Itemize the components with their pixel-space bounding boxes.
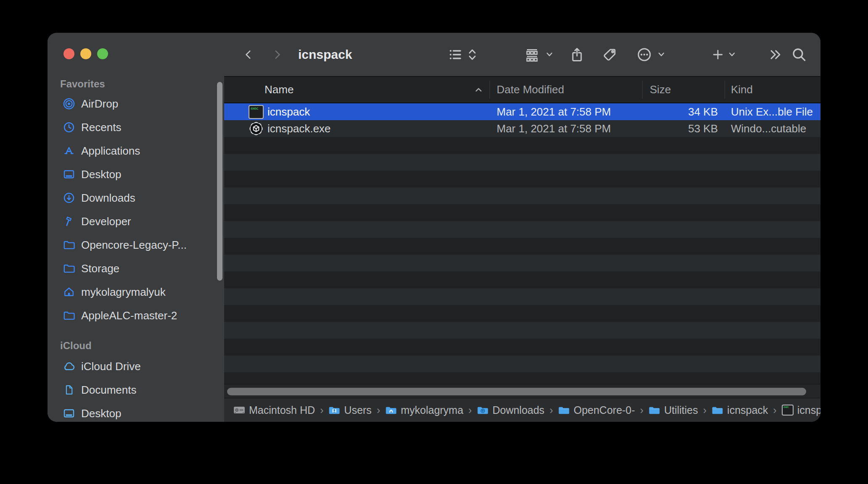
path-bar: Macintosh HD › Users › mykolagryma › Dow… — [224, 398, 820, 422]
folder-plain-icon — [648, 405, 660, 415]
path-segment-label: icnspack — [797, 404, 820, 416]
sidebar-item[interactable]: iCloud Drive — [48, 355, 224, 378]
path-segment[interactable]: Downloads › — [477, 404, 558, 416]
sidebar-item[interactable]: Downloads — [48, 186, 224, 210]
horizontal-scrollbar-thumb[interactable] — [227, 388, 806, 395]
new-folder-chevron[interactable] — [726, 33, 737, 76]
path-segment[interactable]: Macintosh HD › — [233, 404, 328, 416]
tag-button[interactable] — [601, 33, 619, 76]
column-header-kind[interactable]: Kind — [731, 77, 753, 103]
sidebar-item[interactable]: Recents — [48, 116, 224, 139]
sidebar-item-label: Storage — [81, 262, 119, 275]
folder-users-icon — [328, 405, 340, 415]
column-header-name[interactable]: Name — [265, 77, 294, 103]
clock-icon — [62, 120, 76, 134]
minimize-button[interactable] — [80, 48, 91, 59]
file-row[interactable]: exec icnspack Mar 1, 2021 at 7:58 PM 34 … — [224, 103, 820, 120]
sidebar-item[interactable]: Developer — [48, 210, 224, 233]
path-segment[interactable]: OpenCore-0- › — [558, 404, 648, 416]
favorites-list: AirDrop Recents Applications Desktop Dow… — [48, 92, 224, 327]
path-segment[interactable]: Utilities › — [648, 404, 712, 416]
file-size: 53 KB — [624, 120, 718, 137]
new-folder-button[interactable] — [709, 33, 726, 76]
folder-plain-icon — [712, 405, 723, 415]
path-segment[interactable]: Users › — [328, 404, 385, 416]
view-list-button[interactable] — [446, 33, 464, 76]
sidebar-item-label: Downloads — [81, 192, 135, 205]
column-header-size[interactable]: Size — [650, 77, 671, 103]
toolbar: icnspack — [224, 33, 820, 77]
path-separator: › — [377, 404, 380, 416]
share-button[interactable] — [568, 33, 586, 76]
search-button[interactable] — [789, 33, 809, 76]
path-segment[interactable]: exec icnspack › — [782, 404, 820, 416]
sidebar-item[interactable]: Desktop — [48, 163, 224, 186]
double-chevron-right-icon — [768, 47, 783, 62]
more-actions-button[interactable] — [635, 33, 653, 76]
forward-button[interactable] — [270, 33, 285, 76]
column-divider[interactable] — [642, 81, 643, 99]
path-segment-label: Downloads — [492, 404, 545, 416]
sidebar-item[interactable]: mykolagrymalyuk — [48, 280, 224, 304]
path-separator: › — [468, 404, 472, 416]
plus-icon — [711, 48, 725, 61]
folder-icon — [62, 261, 76, 276]
chevron-left-icon — [243, 47, 254, 62]
group-by-button[interactable] — [524, 33, 540, 76]
sidebar-item[interactable]: AirDrop — [48, 92, 224, 116]
sidebar-item[interactable]: Storage — [48, 257, 224, 280]
toolbar-overflow-button[interactable] — [767, 33, 784, 76]
sidebar-item[interactable]: Desktop — [48, 402, 224, 422]
column-header-row: Name Date Modified Size Kind — [224, 77, 820, 103]
sidebar-item[interactable]: Applications — [48, 139, 224, 163]
path-separator: › — [773, 404, 776, 416]
column-header-date-modified[interactable]: Date Modified — [497, 77, 564, 103]
sidebar-item[interactable]: Opencore-Legacy-P... — [48, 233, 224, 257]
chevron-down-icon — [658, 51, 665, 58]
close-button[interactable] — [64, 48, 74, 59]
sidebar: Favorites AirDrop Recents Applications D… — [48, 33, 224, 422]
path-segment-label: Macintosh HD — [249, 404, 315, 416]
sidebar-item-label: Documents — [81, 384, 137, 397]
tag-icon — [602, 47, 617, 62]
appstore-icon — [62, 144, 76, 158]
column-divider[interactable] — [490, 81, 490, 99]
chevron-down-icon — [728, 51, 736, 58]
cloud-icon — [62, 359, 76, 374]
sidebar-item-label: Desktop — [81, 168, 121, 181]
path-segment[interactable]: mykolagryma › — [385, 404, 477, 416]
ellipsis-circle-icon — [636, 47, 652, 63]
sidebar-item-label: Opencore-Legacy-P... — [81, 239, 187, 252]
sidebar-scrollbar[interactable] — [217, 82, 222, 281]
main-pane: icnspack — [224, 33, 820, 422]
back-button[interactable] — [241, 33, 256, 76]
exec-small-icon: exec — [782, 405, 794, 416]
share-icon — [569, 46, 585, 63]
desktop-icon — [62, 167, 76, 182]
horizontal-scrollbar-track — [224, 384, 820, 398]
file-name: icnspack.exe — [267, 120, 331, 137]
exe-gear-icon — [248, 121, 264, 136]
sidebar-item[interactable]: Documents — [48, 378, 224, 402]
file-kind: Windo...cutable — [731, 120, 806, 137]
finder-window: Favorites AirDrop Recents Applications D… — [48, 33, 820, 422]
desktop-icon — [62, 406, 76, 421]
icloud-section-label: iCloud — [60, 339, 92, 352]
more-actions-chevron[interactable] — [656, 33, 667, 76]
file-row[interactable]: icnspack.exe Mar 1, 2021 at 7:58 PM 53 K… — [224, 120, 820, 137]
sidebar-item-label: AirDrop — [81, 97, 118, 110]
path-segment-label: mykolagryma — [401, 404, 463, 416]
sidebar-item-label: Desktop — [81, 407, 121, 420]
folder-icon — [62, 238, 76, 252]
harddrive-icon — [233, 405, 245, 415]
column-divider[interactable] — [725, 81, 725, 99]
zoom-button[interactable] — [97, 48, 108, 59]
path-separator: › — [640, 404, 643, 416]
view-style-chevrons[interactable] — [466, 33, 479, 76]
sidebar-item[interactable]: AppleALC-master-2 — [48, 304, 224, 327]
path-segment-label: OpenCore-0- — [574, 404, 635, 416]
file-kind: Unix Ex...ble File — [731, 103, 813, 120]
group-by-chevron[interactable] — [544, 33, 555, 76]
path-segment[interactable]: icnspack › — [712, 404, 782, 416]
file-list-background — [224, 103, 820, 384]
